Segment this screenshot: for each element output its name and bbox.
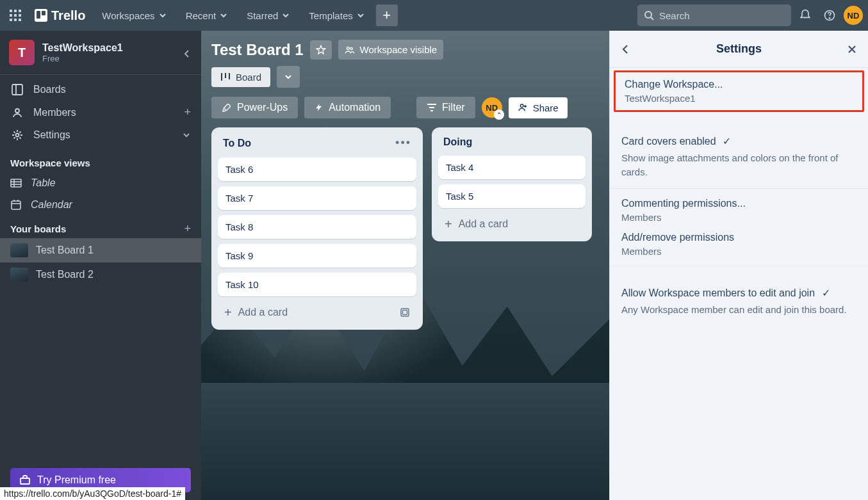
add-member-button[interactable]: +	[184, 106, 191, 119]
gear-icon	[10, 129, 24, 141]
settings-title: Settings	[716, 42, 762, 56]
add-board-button[interactable]: +	[184, 222, 191, 236]
sidebar-board-item[interactable]: Test Board 2	[0, 262, 201, 287]
chevron-down-icon	[284, 72, 293, 81]
members-icon	[10, 107, 24, 118]
card-covers-option[interactable]: Card covers enabled ✓ Show image attachm…	[610, 126, 868, 189]
card[interactable]: Task 10	[218, 273, 416, 296]
trello-logo[interactable]: Trello	[29, 8, 90, 23]
svg-rect-19	[11, 179, 21, 187]
add-card-button[interactable]: + Add a card	[218, 302, 416, 323]
sidebar-view-table[interactable]: Table	[0, 172, 201, 194]
automation-label: Automation	[329, 102, 381, 113]
chevron-left-icon	[182, 49, 192, 59]
svg-rect-6	[10, 19, 12, 21]
notifications-button[interactable]	[795, 5, 815, 26]
board-icon	[10, 84, 24, 95]
check-icon: ✓	[822, 287, 830, 298]
svg-rect-38	[403, 310, 407, 315]
share-button[interactable]: Share	[509, 97, 568, 118]
chevron-down-icon	[282, 12, 290, 19]
nav-recent[interactable]: Recent	[178, 6, 236, 25]
calendar-icon	[10, 199, 22, 211]
change-workspace-option[interactable]: Change Workspace... TestWorkspace1	[614, 70, 864, 112]
svg-point-14	[829, 18, 830, 19]
workspace-header[interactable]: T TestWorkspace1 Free	[0, 31, 201, 75]
card[interactable]: Task 4	[438, 156, 585, 179]
sidebar-item-boards[interactable]: Boards	[0, 79, 201, 101]
card[interactable]: Task 8	[218, 215, 416, 239]
template-icon[interactable]	[400, 307, 410, 318]
status-bar-url: https://trello.com/b/yAu3QGoD/test-board…	[0, 487, 185, 500]
list-title[interactable]: Doing	[443, 136, 580, 148]
svg-point-12	[645, 12, 651, 18]
collapse-sidebar-button[interactable]	[178, 45, 196, 63]
filter-button[interactable]: Filter	[416, 97, 475, 118]
sidebar: T TestWorkspace1 Free Boards Members + S…	[0, 31, 201, 500]
people-icon	[345, 45, 355, 55]
svg-rect-0	[10, 10, 12, 12]
view-label: Board	[236, 72, 261, 83]
search-box[interactable]	[637, 4, 791, 26]
settings-back-button[interactable]	[620, 44, 632, 55]
board-member[interactable]: ND ⌃	[482, 97, 502, 118]
commenting-label: Commenting permissions...	[621, 198, 856, 209]
nav-workspaces[interactable]: Workspaces	[94, 6, 174, 25]
chevron-down-icon	[159, 12, 167, 19]
card[interactable]: Task 9	[218, 244, 416, 268]
sidebar-item-label: Boards	[33, 84, 66, 95]
list-menu-button[interactable]: •••	[395, 136, 411, 150]
chevron-down-icon	[357, 12, 364, 19]
filter-label: Filter	[442, 102, 465, 113]
board-area: Test Board 1 Workspace visible Board Pow…	[201, 31, 609, 500]
list-title[interactable]: To Do	[223, 138, 395, 149]
star-board-button[interactable]	[310, 40, 332, 60]
board-title[interactable]: Test Board 1	[211, 41, 304, 59]
allow-workspace-desc: Any Workspace member can edit and join t…	[621, 303, 856, 317]
help-button[interactable]	[819, 5, 840, 26]
svg-point-28	[347, 47, 349, 49]
view-switcher-button[interactable]: Board	[211, 67, 270, 87]
card[interactable]: Task 7	[218, 186, 416, 210]
your-boards-heading: Your boards	[10, 223, 66, 234]
commenting-permissions-option[interactable]: Commenting permissions... Members Add/re…	[610, 189, 868, 266]
sidebar-view-label: Calendar	[31, 199, 72, 211]
bell-icon	[799, 9, 812, 22]
svg-point-29	[350, 47, 352, 49]
add-card-button[interactable]: + Add a card	[438, 213, 585, 235]
change-workspace-value: TestWorkspace1	[625, 93, 853, 104]
allow-workspace-option[interactable]: Allow Workspace members to edit and join…	[610, 278, 868, 326]
visibility-button[interactable]: Workspace visible	[338, 40, 444, 60]
powerups-button[interactable]: Power-Ups	[211, 97, 298, 118]
chevron-down-icon	[220, 12, 227, 19]
sidebar-board-item[interactable]: Test Board 1	[0, 238, 201, 262]
sidebar-item-settings[interactable]: Settings	[0, 124, 201, 146]
workspace-avatar: T	[9, 40, 35, 65]
sidebar-item-label: Members	[33, 107, 76, 118]
help-icon	[823, 9, 836, 22]
card[interactable]: Task 6	[218, 157, 416, 181]
account-avatar[interactable]: ND	[844, 6, 863, 25]
svg-point-18	[16, 134, 19, 137]
sidebar-view-calendar[interactable]: Calendar	[0, 194, 201, 216]
view-options-button[interactable]	[277, 66, 300, 88]
apps-menu-button[interactable]	[5, 5, 26, 26]
sidebar-view-label: Table	[31, 177, 56, 189]
create-button[interactable]: +	[376, 4, 398, 26]
search-input[interactable]	[659, 10, 785, 21]
settings-header: Settings	[610, 31, 868, 68]
nav-starred[interactable]: Starred	[239, 6, 297, 25]
search-icon	[644, 10, 654, 20]
svg-rect-10	[37, 11, 40, 19]
table-icon	[10, 177, 22, 189]
card[interactable]: Task 5	[438, 184, 585, 208]
premium-label: Try Premium free	[37, 474, 116, 486]
board-label: Test Board 1	[36, 245, 94, 256]
nav-templates[interactable]: Templates	[301, 6, 372, 25]
sidebar-item-members[interactable]: Members +	[0, 101, 201, 124]
addremove-label: Add/remove permissions	[621, 232, 856, 243]
plus-icon: +	[445, 220, 452, 229]
chevron-down-icon	[182, 131, 191, 140]
automation-button[interactable]: Automation	[304, 97, 391, 118]
settings-close-button[interactable]	[846, 44, 858, 55]
